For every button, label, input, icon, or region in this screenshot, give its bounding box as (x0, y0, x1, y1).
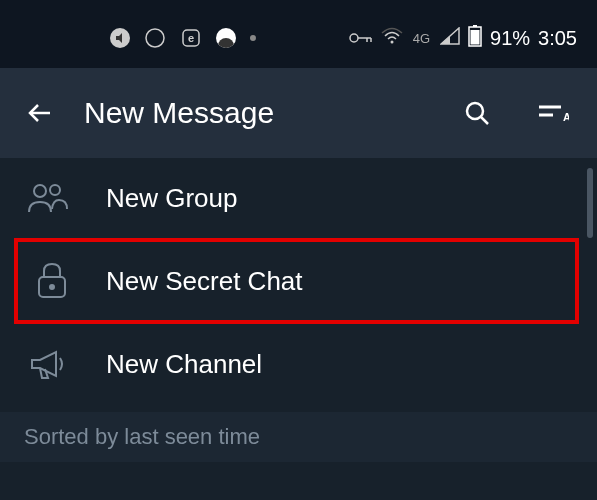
list-item-label: New Secret Chat (106, 266, 303, 297)
svg-point-3 (350, 34, 358, 42)
wifi-icon (381, 27, 403, 50)
vpn-icon (216, 28, 236, 48)
svg-point-12 (467, 103, 483, 119)
sound-icon (110, 28, 130, 48)
clock-time: 3:05 (538, 27, 577, 50)
sort-button[interactable]: A (533, 93, 573, 133)
network-label: 4G (413, 31, 430, 46)
svg-point-17 (34, 185, 46, 197)
battery-icon (468, 25, 482, 52)
dot-icon (250, 35, 256, 41)
battery-percent: 91% (490, 27, 530, 50)
svg-text:e: e (188, 32, 194, 44)
svg-line-13 (481, 117, 488, 124)
new-channel-item[interactable]: New Channel (0, 324, 597, 404)
megaphone-icon (24, 340, 72, 388)
search-button[interactable] (457, 93, 497, 133)
status-bar: e 4G 91% 3:05 (0, 8, 597, 68)
svg-rect-10 (471, 30, 480, 45)
svg-point-18 (50, 185, 60, 195)
new-secret-chat-item[interactable]: New Secret Chat (14, 238, 579, 324)
svg-point-7 (390, 40, 393, 43)
back-button[interactable] (24, 97, 56, 129)
e-icon: e (180, 27, 202, 49)
section-header: Sorted by last seen time (0, 412, 597, 462)
svg-point-0 (146, 29, 164, 47)
page-title: New Message (84, 96, 421, 130)
moon-icon (144, 27, 166, 49)
app-bar: New Message A (0, 68, 597, 158)
list-item-label: New Group (106, 183, 238, 214)
scrollbar[interactable] (587, 168, 593, 238)
key-icon (349, 27, 373, 50)
svg-point-20 (50, 285, 54, 289)
svg-text:A: A (563, 111, 569, 123)
list-item-label: New Channel (106, 349, 262, 380)
new-group-item[interactable]: New Group (0, 158, 597, 238)
lock-icon (28, 257, 76, 305)
group-icon (24, 174, 72, 222)
options-list: New Group New Secret Chat New Channel So… (0, 158, 597, 462)
signal-icon (440, 27, 460, 50)
